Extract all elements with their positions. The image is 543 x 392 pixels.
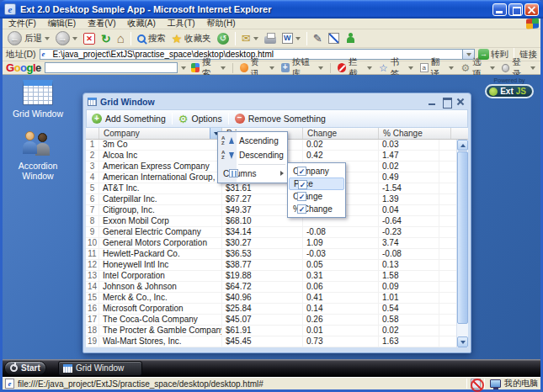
column-toggle-item[interactable]: Price ✓	[289, 177, 344, 190]
toolbar-separator	[130, 32, 131, 45]
columns-submenu: Company ✓ Price ✓ Change ✓ % Change ✓	[287, 162, 346, 218]
ext-taskbar: Start Grid Window	[3, 359, 540, 377]
messenger-button[interactable]	[343, 32, 358, 45]
table-row[interactable]: 16 Microsoft Corporation $25.84 0.14 0.5…	[86, 304, 456, 315]
table-row[interactable]: 18 The Procter & Gamble Company $61.91 0…	[86, 326, 456, 336]
ie-logo-icon: e	[4, 3, 16, 15]
bookmark-star-icon: ☆	[379, 63, 388, 73]
table-row[interactable]: 11 Hewlett-Packard Co. $36.53 -0.03 -0.0…	[86, 249, 456, 260]
search-button[interactable]: 搜索	[136, 32, 168, 45]
print-button[interactable]	[263, 32, 278, 45]
column-toggle-item[interactable]: % Change ✓	[289, 203, 344, 215]
menu-item[interactable]: 编辑(E)	[42, 18, 82, 29]
menu-item[interactable]: 帮助(H)	[201, 18, 242, 29]
table-row[interactable]: 10 General Motors Corporation $30.27 1.0…	[86, 238, 456, 249]
checked-checkbox-icon[interactable]: ✓	[297, 192, 306, 201]
pct-change-cell: 0.04	[379, 205, 439, 215]
google-search-input[interactable]	[45, 62, 178, 73]
ie-titlebar: e Ext 2.0 Desktop Sample App - Microsoft…	[0, 0, 543, 19]
window-close-icon[interactable]	[455, 97, 466, 107]
column-toggle-item[interactable]: Company ✓	[289, 165, 344, 177]
window-minimize-icon[interactable]	[427, 97, 438, 107]
menu-item[interactable]: 收藏(A)	[121, 18, 161, 29]
caret-icon	[530, 66, 535, 70]
table-row[interactable]: 13 Intel Corporation $19.88 0.31 1.58	[86, 271, 456, 282]
table-row[interactable]: 14 Johnson & Johnson $64.72 0.06 0.09	[86, 282, 456, 293]
table-row[interactable]: 12 Honeywell Intl Inc $38.77 0.05 0.13	[86, 260, 456, 271]
extjs-logo-text: Ext	[500, 87, 514, 96]
desktop-icon-accordion-window[interactable]: Accordion Window	[6, 130, 70, 181]
start-button[interactable]: Start	[4, 361, 46, 375]
pct-change-column-header[interactable]: % Change	[379, 128, 451, 139]
google-toolbar: Google 搜索 资讯 + 按钮库 拦截 ☆ 书签	[3, 61, 540, 75]
row-number-cell: 4	[86, 172, 99, 183]
add-label: Add Something	[105, 114, 166, 124]
history-button[interactable]: ↺	[216, 32, 231, 45]
table-row[interactable]: 5 AT&T Inc. $31.61 -1.54	[86, 183, 456, 194]
pct-change-cell: 3.74	[379, 238, 439, 248]
company-column-header[interactable]: Company	[99, 128, 222, 139]
refresh-icon: ↻	[101, 33, 111, 45]
forward-caret-icon	[72, 37, 77, 40]
change-cell: 0.42	[303, 151, 379, 161]
row-number-header	[86, 128, 99, 139]
desktop-icon-grid-window[interactable]: Grid Window	[6, 80, 70, 119]
checked-checkbox-icon[interactable]: ✓	[297, 167, 306, 176]
task-label: Grid Window	[76, 363, 124, 373]
ext-branding: Powered by Ext JS	[485, 77, 534, 98]
column-toggle-item[interactable]: Change ✓	[289, 190, 344, 203]
discuss-button[interactable]: ✎	[311, 32, 324, 45]
print-icon	[264, 36, 276, 44]
menu-item[interactable]: 文件(F)	[3, 18, 42, 29]
toolbar-separator	[306, 32, 307, 45]
table-row[interactable]: 6 Caterpillar Inc. $67.27 1.39	[86, 194, 456, 205]
close-button[interactable]	[524, 3, 539, 16]
checked-checkbox-icon[interactable]: ✓	[298, 180, 307, 189]
options-button[interactable]: ⚙ Options	[177, 113, 224, 125]
edit-button[interactable]: W	[280, 32, 302, 45]
stop-button[interactable]: ✕	[82, 32, 97, 45]
home-button[interactable]: ⌂	[115, 31, 126, 45]
row-number-cell: 2	[86, 151, 99, 161]
columns-menu-item[interactable]: Columns	[218, 167, 287, 181]
grid-window-titlebar[interactable]: Grid Window	[83, 93, 471, 109]
minimize-button[interactable]	[492, 3, 507, 16]
table-row[interactable]: 9 General Electric Company $34.14 -0.08 …	[86, 227, 456, 238]
ie-toolbar: ← 后退 → ✕ ↻ ⌂ 搜索 ★ 收藏夹 ↺ ✉ W	[3, 29, 540, 48]
change-column-header[interactable]: Change	[303, 128, 379, 139]
table-row[interactable]: 15 Merck & Co., Inc. $40.96 0.41 1.01	[86, 293, 456, 304]
scrollbar-thumb[interactable]	[457, 151, 468, 324]
caret-icon	[269, 66, 274, 70]
add-something-button[interactable]: + Add Something	[90, 113, 168, 124]
desktop-icon-label: Grid Window	[6, 109, 70, 119]
translate-icon: a	[420, 63, 429, 72]
taskbar-task-grid-window[interactable]: Grid Window	[58, 361, 142, 376]
mail-button[interactable]: ✉	[240, 32, 260, 45]
checked-checkbox-icon[interactable]: ✓	[297, 204, 306, 214]
arrow-up-icon	[460, 144, 466, 147]
refresh-button[interactable]: ↻	[99, 32, 113, 45]
back-button[interactable]: ← 后退	[6, 30, 51, 46]
company-cell: Exxon Mobil Corp	[99, 216, 222, 226]
menu-item[interactable]: 查看(V)	[82, 18, 121, 29]
scroll-up-button[interactable]	[457, 140, 468, 151]
sort-ascending-item[interactable]: AZ Ascending	[218, 134, 287, 148]
table-row[interactable]: 7 Citigroup, Inc. $49.37 0.04	[86, 205, 456, 216]
company-cell: The Coca-Cola Company	[99, 315, 222, 325]
scroll-down-button[interactable]	[457, 336, 468, 347]
menu-item[interactable]: 工具(T)	[162, 18, 201, 29]
sort-descending-item[interactable]: AZ Descending	[218, 148, 287, 162]
table-row[interactable]: 8 Exxon Mobil Corp $68.10 -0.64	[86, 216, 456, 227]
forward-button[interactable]: →	[54, 30, 79, 46]
remove-something-button[interactable]: − Remove Something	[233, 113, 327, 124]
price-cell: $38.77	[222, 260, 303, 270]
restore-button[interactable]	[508, 3, 523, 16]
favorites-button[interactable]: ★ 收藏夹	[170, 32, 213, 45]
grid-scrollbar[interactable]	[456, 140, 468, 347]
chart-icon	[328, 33, 339, 44]
table-row[interactable]: 19 Wal-Mart Stores, Inc. $45.45 0.73 1.6…	[86, 336, 456, 347]
security-zone-label: 我的电脑	[504, 378, 538, 389]
table-row[interactable]: 17 The Coca-Cola Company $45.07 0.26 0.5…	[86, 315, 456, 326]
window-maximize-icon[interactable]	[441, 97, 452, 107]
research-button[interactable]	[327, 32, 341, 45]
